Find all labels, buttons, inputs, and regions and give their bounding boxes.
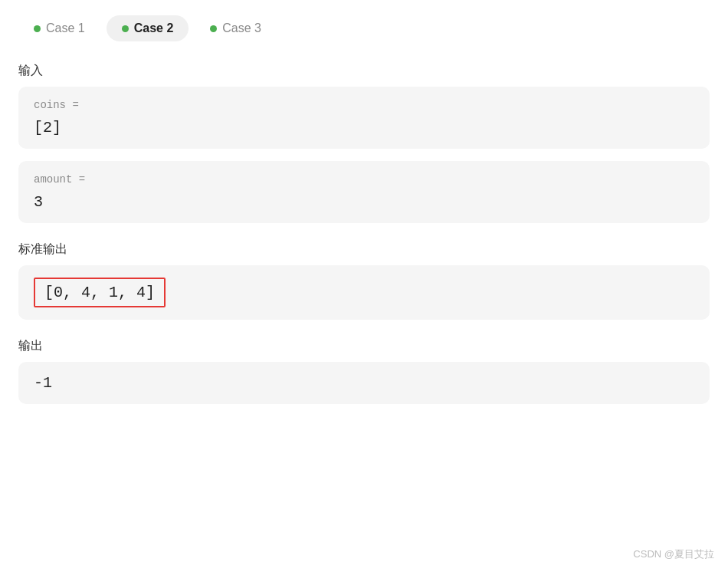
input-section-label: 输入 bbox=[18, 63, 710, 79]
tab-case3-dot bbox=[210, 25, 217, 32]
coins-var-label: coins = bbox=[34, 99, 694, 111]
input-section: 输入 coins = [2] amount = 3 bbox=[18, 63, 710, 223]
tab-case2-label: Case 2 bbox=[134, 21, 174, 35]
tab-case2[interactable]: Case 2 bbox=[107, 15, 189, 41]
output-value: -1 bbox=[34, 374, 694, 392]
output-block: -1 bbox=[18, 362, 710, 404]
amount-var-label: amount = bbox=[34, 173, 694, 186]
tab-case3[interactable]: Case 3 bbox=[195, 15, 277, 41]
output-section-label: 输出 bbox=[18, 338, 710, 354]
coins-input-block: coins = [2] bbox=[18, 87, 710, 149]
tab-bar: Case 1 Case 2 Case 3 bbox=[18, 15, 710, 41]
standard-output-section: 标准输出 [0, 4, 1, 4] bbox=[18, 242, 710, 320]
coins-var-value: [2] bbox=[34, 119, 694, 136]
tab-case1-dot bbox=[34, 25, 41, 32]
standard-output-block: [0, 4, 1, 4] bbox=[18, 265, 710, 320]
tab-case2-dot bbox=[122, 25, 129, 32]
amount-input-block: amount = 3 bbox=[18, 161, 710, 223]
output-section: 输出 -1 bbox=[18, 338, 710, 404]
amount-var-value: 3 bbox=[34, 193, 694, 211]
tab-case1[interactable]: Case 1 bbox=[18, 15, 100, 41]
standard-output-value: [0, 4, 1, 4] bbox=[44, 284, 155, 301]
tab-case1-label: Case 1 bbox=[46, 21, 85, 35]
standard-output-highlighted: [0, 4, 1, 4] bbox=[34, 278, 166, 307]
watermark: CSDN @夏目艾拉 bbox=[633, 547, 714, 561]
standard-output-label: 标准输出 bbox=[18, 242, 710, 258]
tab-case3-label: Case 3 bbox=[222, 21, 261, 35]
